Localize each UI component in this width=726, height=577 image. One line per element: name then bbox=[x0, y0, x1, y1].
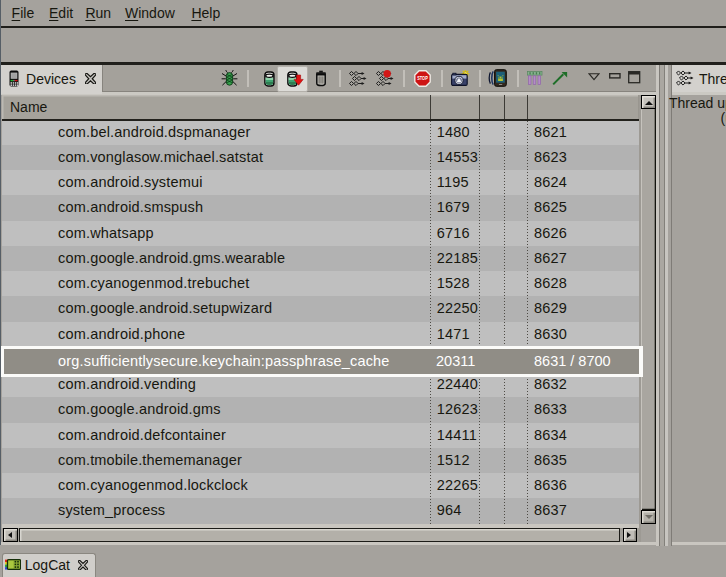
svg-text:STOP: STOP bbox=[417, 76, 428, 81]
